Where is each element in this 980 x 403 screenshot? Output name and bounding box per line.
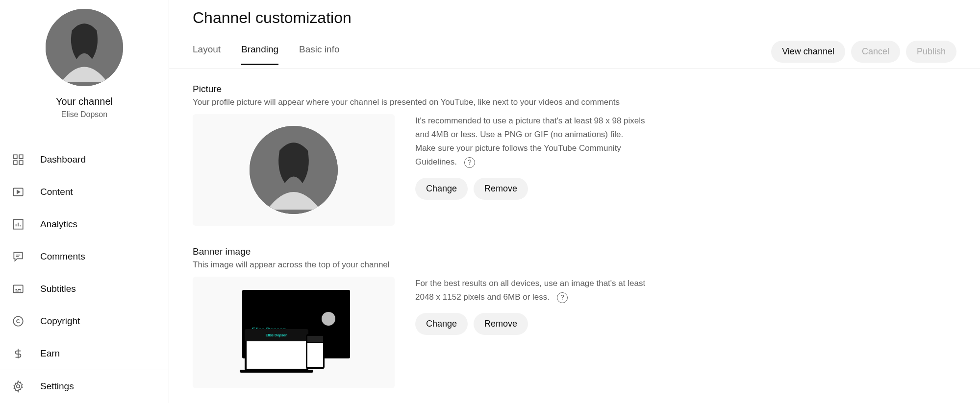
view-channel-button[interactable]: View channel [771,41,845,63]
svg-rect-5 [19,161,23,165]
settings-icon [12,380,25,393]
banner-remove-button[interactable]: Remove [474,313,528,335]
page-header: Channel customization Layout Branding Ba… [169,0,980,69]
picture-change-button[interactable]: Change [415,178,468,200]
picture-detail: It's recommended to use a picture that's… [415,114,646,169]
analytics-icon [12,218,25,231]
help-icon[interactable]: ? [464,157,475,168]
sidebar-item-label: Earn [40,348,60,359]
help-icon[interactable]: ? [557,292,568,303]
picture-preview [193,114,395,226]
sidebar-item-label: Dashboard [40,154,86,165]
publish-button[interactable]: Publish [906,41,956,63]
laptop-device-icon: Elise Dopson [245,329,308,371]
subtitles-icon [12,283,25,295]
sidebar-item-label: Settings [40,381,74,392]
svg-rect-8 [13,285,23,292]
main-content: Channel customization Layout Branding Ba… [169,0,980,403]
picture-remove-button[interactable]: Remove [474,178,528,200]
tab-basic-info[interactable]: Basic info [299,44,339,65]
your-channel-label: Your channel [56,96,113,107]
sidebar-item-comments[interactable]: Comments [0,240,169,273]
svg-point-9 [13,316,23,326]
page-title: Channel customization [193,9,956,27]
banner-detail-text: For the best results on all devices, use… [415,279,645,302]
sidebar-item-analytics[interactable]: Analytics [0,208,169,240]
banner-devices-illustration: Elise Dopson Freelance writer & coach El… [232,290,355,376]
dashboard-icon [12,153,25,166]
comments-icon [12,250,25,263]
sidebar-item-subtitles[interactable]: Subtitles [0,273,169,305]
svg-rect-4 [13,161,17,165]
banner-detail: For the best results on all devices, use… [415,277,646,304]
earn-icon [12,347,25,360]
banner-title: Banner image [193,246,832,257]
sidebar-item-label: Content [40,187,73,197]
banner-section: Banner image This image will appear acro… [193,246,832,388]
banner-preview: Elise Dopson Freelance writer & coach El… [193,277,395,388]
tab-branding[interactable]: Branding [241,44,278,65]
sidebar-item-settings[interactable]: Settings [0,370,169,403]
phone-device-icon [306,334,325,369]
svg-rect-3 [19,155,23,159]
svg-point-10 [17,385,20,388]
content-icon [12,186,25,198]
sidebar-item-label: Subtitles [40,284,76,294]
tabs: Layout Branding Basic info [193,44,339,65]
sidebar-item-label: Comments [40,251,85,262]
banner-preview-avatar-icon [322,312,335,326]
picture-desc: Your profile picture will appear where y… [193,97,832,107]
sidebar-item-label: Analytics [40,219,77,230]
cancel-button[interactable]: Cancel [851,41,900,63]
banner-change-button[interactable]: Change [415,313,468,335]
picture-section: Picture Your profile picture will appear… [193,84,832,226]
picture-preview-avatar [250,126,338,214]
svg-rect-2 [13,155,17,159]
header-actions: View channel Cancel Publish [771,41,956,69]
avatar-placeholder-icon [250,126,338,214]
sidebar-item-content[interactable]: Content [0,176,169,208]
sidebar-item-earn[interactable]: Earn [0,337,169,370]
banner-preview-name-small: Elise Dopson [266,333,287,337]
copyright-icon [12,315,25,328]
picture-title: Picture [193,84,832,95]
content-area: Picture Your profile picture will appear… [169,69,855,403]
picture-detail-text: It's recommended to use a picture that's… [415,116,645,166]
channel-avatar-block: Your channel Elise Dopson [0,9,169,129]
sidebar-item-dashboard[interactable]: Dashboard [0,143,169,176]
channel-name: Elise Dopson [61,110,107,119]
sidebar-item-label: Copyright [40,316,80,327]
tab-layout[interactable]: Layout [193,44,221,65]
sidebar-item-copyright[interactable]: Copyright [0,305,169,337]
sidebar-nav: Dashboard Content Analytics Comments [0,143,169,403]
sidebar: Your channel Elise Dopson Dashboard Cont… [0,0,169,403]
avatar-placeholder-icon [46,9,123,86]
channel-avatar[interactable] [46,9,123,86]
banner-desc: This image will appear across the top of… [193,260,832,270]
